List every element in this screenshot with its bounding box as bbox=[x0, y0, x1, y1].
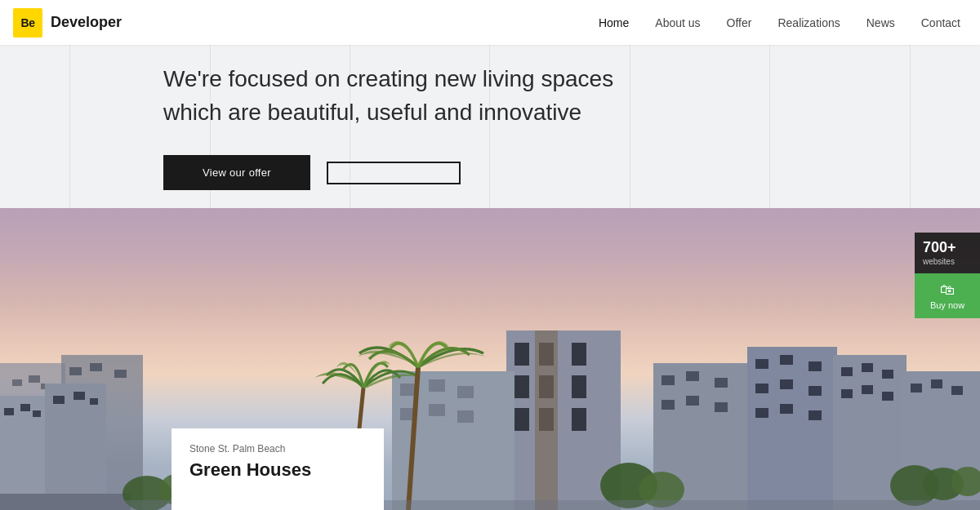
buy-now-button[interactable]: 🛍 Buy now bbox=[915, 273, 980, 318]
svg-rect-62 bbox=[951, 386, 963, 395]
svg-rect-26 bbox=[572, 408, 586, 431]
svg-rect-53 bbox=[841, 367, 853, 376]
svg-rect-38 bbox=[715, 378, 728, 388]
svg-rect-49 bbox=[755, 408, 768, 418]
card-title: Green Houses bbox=[189, 459, 366, 481]
svg-rect-50 bbox=[780, 404, 793, 414]
svg-rect-14 bbox=[74, 392, 85, 400]
svg-rect-41 bbox=[715, 402, 728, 412]
svg-rect-51 bbox=[808, 410, 822, 420]
svg-rect-42 bbox=[747, 347, 837, 510]
svg-rect-7 bbox=[114, 370, 127, 378]
svg-rect-33 bbox=[429, 404, 445, 416]
svg-rect-18 bbox=[514, 343, 529, 366]
svg-rect-43 bbox=[755, 359, 768, 369]
svg-rect-60 bbox=[911, 384, 922, 392]
svg-rect-57 bbox=[862, 385, 873, 394]
buy-now-label: Buy now bbox=[930, 300, 964, 310]
svg-rect-58 bbox=[882, 392, 893, 401]
svg-rect-45 bbox=[808, 361, 822, 371]
nav-item-contact[interactable]: Contact bbox=[921, 16, 960, 29]
main-nav: Home About us Offer Realizations News Co… bbox=[599, 16, 960, 29]
svg-rect-24 bbox=[514, 408, 529, 431]
svg-rect-61 bbox=[931, 379, 942, 388]
svg-rect-54 bbox=[862, 363, 873, 372]
logo-badge: Be bbox=[13, 8, 42, 38]
svg-rect-21 bbox=[514, 375, 529, 398]
nav-item-home[interactable]: Home bbox=[599, 16, 629, 29]
buildings-illustration bbox=[0, 282, 980, 510]
svg-rect-31 bbox=[457, 386, 474, 398]
svg-rect-2 bbox=[29, 375, 40, 383]
svg-rect-13 bbox=[53, 396, 65, 404]
svg-rect-1 bbox=[12, 379, 22, 386]
card-location: Stone St. Palm Beach bbox=[189, 443, 366, 455]
logo-text: Developer bbox=[51, 14, 122, 31]
promo-badge: 700+ websites bbox=[915, 233, 980, 273]
svg-rect-6 bbox=[90, 363, 102, 371]
hero-image-section: Stone St. Palm Beach Green Houses 700+ w… bbox=[0, 208, 980, 510]
promo-sub: websites bbox=[923, 256, 972, 267]
svg-rect-20 bbox=[572, 343, 586, 366]
logo-area: Be Developer bbox=[13, 8, 122, 38]
property-info-card: Stone St. Palm Beach Green Houses bbox=[172, 428, 384, 510]
view-offer-button[interactable]: View our offer bbox=[163, 155, 310, 190]
promo-number: 700+ bbox=[923, 239, 972, 256]
svg-rect-5 bbox=[69, 367, 82, 375]
svg-rect-10 bbox=[20, 404, 30, 411]
svg-rect-9 bbox=[4, 408, 14, 415]
svg-rect-15 bbox=[90, 398, 98, 405]
secondary-cta-button[interactable] bbox=[327, 162, 461, 184]
svg-rect-36 bbox=[662, 375, 675, 385]
svg-rect-48 bbox=[808, 386, 822, 396]
hero-heading: We're focused on creating new living spa… bbox=[163, 63, 670, 129]
svg-rect-72 bbox=[0, 500, 980, 510]
nav-item-offer[interactable]: Offer bbox=[727, 16, 752, 29]
svg-rect-27 bbox=[535, 330, 558, 510]
header: Be Developer Home About us Offer Realiza… bbox=[0, 0, 980, 45]
svg-rect-47 bbox=[780, 379, 793, 389]
hero-buttons: View our offer bbox=[163, 155, 461, 190]
shopping-bag-icon: 🛍 bbox=[921, 282, 973, 299]
hero-section: We're focused on creating new living spa… bbox=[0, 45, 980, 208]
svg-rect-55 bbox=[882, 370, 893, 379]
svg-rect-11 bbox=[33, 410, 41, 417]
svg-rect-37 bbox=[686, 371, 699, 381]
svg-rect-23 bbox=[572, 375, 586, 398]
svg-rect-56 bbox=[841, 389, 853, 398]
svg-rect-46 bbox=[755, 384, 768, 393]
svg-rect-34 bbox=[457, 410, 474, 423]
nav-item-news[interactable]: News bbox=[866, 16, 895, 29]
svg-rect-30 bbox=[429, 379, 445, 392]
nav-item-realizations[interactable]: Realizations bbox=[777, 16, 840, 29]
svg-rect-39 bbox=[662, 400, 675, 410]
svg-rect-44 bbox=[780, 355, 793, 365]
svg-rect-40 bbox=[686, 396, 699, 406]
nav-item-about[interactable]: About us bbox=[655, 16, 700, 29]
